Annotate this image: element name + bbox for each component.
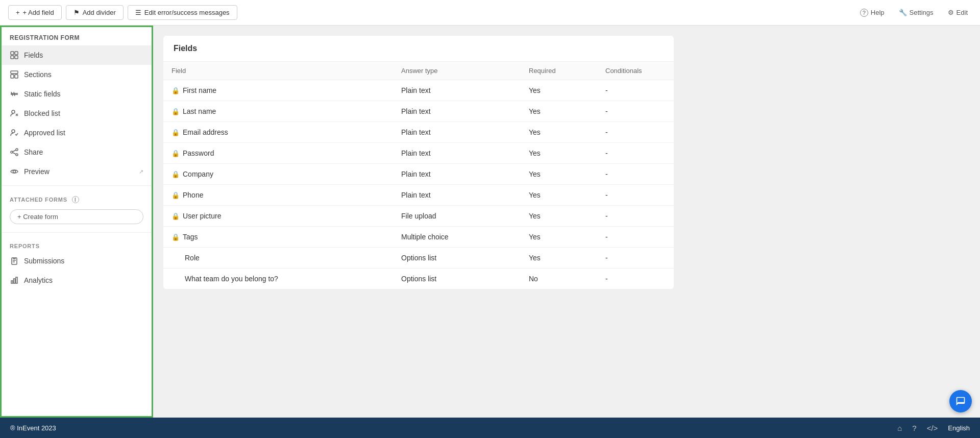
answer-type-cell: Options list bbox=[393, 248, 521, 269]
approved-list-label: Approved list bbox=[24, 129, 65, 137]
create-form-label: + Create form bbox=[17, 213, 58, 221]
sidebar-item-fields[interactable]: Fields bbox=[2, 45, 152, 65]
answer-type-cell: Plain text bbox=[393, 143, 521, 164]
add-divider-button[interactable]: ⚑ Add divider bbox=[66, 5, 124, 20]
field-name-cell: What team do you belong to? bbox=[163, 269, 393, 289]
lock-icon: 🔒 bbox=[172, 150, 180, 157]
flag-icon: ⚑ bbox=[74, 9, 80, 16]
lock-icon: 🔒 bbox=[172, 87, 180, 94]
settings-label: Settings bbox=[910, 9, 934, 16]
preview-label: Preview bbox=[24, 167, 50, 176]
sidebar-title: REGISTRATION FORM bbox=[2, 27, 152, 45]
conditionals-cell: - bbox=[597, 164, 674, 185]
table-row[interactable]: 🔒Email addressPlain textYes- bbox=[163, 122, 674, 143]
table-row[interactable]: 🔒PhonePlain textYes- bbox=[163, 185, 674, 206]
home-icon[interactable]: ⌂ bbox=[897, 424, 902, 432]
required-cell: Yes bbox=[521, 185, 597, 206]
help-button[interactable]: ? Help bbox=[856, 7, 889, 19]
conditionals-cell: - bbox=[597, 206, 674, 227]
svg-rect-3 bbox=[15, 56, 18, 59]
sidebar-item-analytics[interactable]: Analytics bbox=[2, 271, 152, 290]
table-row[interactable]: What team do you belong to?Options listN… bbox=[163, 269, 674, 289]
plus-icon: + bbox=[16, 9, 20, 16]
answer-type-cell: Plain text bbox=[393, 101, 521, 122]
field-name: Password bbox=[183, 149, 214, 157]
edit-button[interactable]: ⚙ Edit bbox=[944, 7, 972, 18]
add-field-label: + Add field bbox=[23, 9, 54, 16]
svg-point-12 bbox=[11, 151, 13, 153]
create-form-button[interactable]: + Create form bbox=[10, 209, 143, 224]
required-cell: Yes bbox=[521, 143, 597, 164]
clipboard-icon bbox=[10, 256, 19, 265]
field-name-cell: 🔒Email address bbox=[163, 122, 393, 143]
sidebar-item-static-fields[interactable]: Static fields bbox=[2, 84, 152, 104]
bottom-bar-right: ⌂ ? </> English bbox=[897, 424, 970, 432]
sidebar-nav: Fields Sections Static fields bbox=[2, 45, 152, 181]
chart-icon bbox=[10, 276, 19, 285]
grid-icon bbox=[10, 51, 19, 60]
static-fields-label: Static fields bbox=[24, 90, 61, 98]
sidebar-divider-1 bbox=[2, 185, 152, 186]
answer-type-cell: Plain text bbox=[393, 122, 521, 143]
field-name-cell: 🔒Last name bbox=[163, 101, 393, 122]
attached-forms-title: ATTACHED FORMS i bbox=[2, 190, 152, 205]
required-cell: Yes bbox=[521, 80, 597, 101]
svg-rect-22 bbox=[16, 277, 17, 283]
info-icon: i bbox=[72, 196, 79, 203]
field-name-cell: 🔒Tags bbox=[163, 227, 393, 248]
settings-button[interactable]: 🔧 Settings bbox=[895, 7, 938, 18]
sidebar-item-approved-list[interactable]: Approved list bbox=[2, 123, 152, 142]
sidebar-item-submissions[interactable]: Submissions bbox=[2, 251, 152, 271]
sidebar-item-share[interactable]: Share bbox=[2, 142, 152, 162]
lock-icon: 🔒 bbox=[172, 171, 180, 178]
svg-rect-5 bbox=[11, 75, 14, 78]
top-toolbar: + + Add field ⚑ Add divider ☰ Edit error… bbox=[0, 0, 980, 26]
table-row[interactable]: 🔒PasswordPlain textYes- bbox=[163, 143, 674, 164]
answer-type-cell: File upload bbox=[393, 206, 521, 227]
svg-point-7 bbox=[12, 110, 15, 113]
help-label: Help bbox=[871, 9, 885, 16]
gear-icon: ⚙ bbox=[948, 9, 954, 16]
language-selector[interactable]: English bbox=[948, 424, 970, 432]
sections-label: Sections bbox=[24, 70, 52, 79]
svg-point-10 bbox=[12, 130, 15, 133]
svg-rect-21 bbox=[14, 279, 15, 283]
eye-icon bbox=[10, 167, 19, 176]
answer-type-cell: Plain text bbox=[393, 164, 521, 185]
add-field-button[interactable]: + + Add field bbox=[8, 5, 62, 20]
svg-rect-6 bbox=[15, 75, 18, 78]
copyright: ® InEvent 2023 bbox=[10, 424, 56, 432]
sidebar-item-blocked-list[interactable]: Blocked list bbox=[2, 104, 152, 123]
conditionals-cell: - bbox=[597, 248, 674, 269]
conditionals-cell: - bbox=[597, 80, 674, 101]
answer-type-cell: Plain text bbox=[393, 80, 521, 101]
toolbar-left: + + Add field ⚑ Add divider ☰ Edit error… bbox=[8, 5, 237, 20]
table-row[interactable]: 🔒CompanyPlain textYes- bbox=[163, 164, 674, 185]
required-cell: Yes bbox=[521, 227, 597, 248]
list-icon: ☰ bbox=[135, 9, 141, 16]
svg-rect-2 bbox=[11, 56, 14, 59]
field-name-cell: 🔒Phone bbox=[163, 185, 393, 206]
static-fields-icon bbox=[10, 89, 19, 99]
question-icon[interactable]: ? bbox=[912, 424, 916, 432]
lock-icon: 🔒 bbox=[172, 233, 180, 241]
table-row[interactable]: 🔒TagsMultiple choiceYes- bbox=[163, 227, 674, 248]
sidebar-item-sections[interactable]: Sections bbox=[2, 65, 152, 84]
table-row[interactable]: RoleOptions listYes- bbox=[163, 248, 674, 269]
table-row[interactable]: 🔒User pictureFile uploadYes- bbox=[163, 206, 674, 227]
chat-bubble[interactable] bbox=[949, 390, 972, 412]
sidebar-item-preview[interactable]: Preview ↗ bbox=[2, 162, 152, 181]
table-row[interactable]: 🔒Last namePlain textYes- bbox=[163, 101, 674, 122]
bottom-bar: ® InEvent 2023 ⌂ ? </> English bbox=[0, 418, 980, 438]
edit-messages-button[interactable]: ☰ Edit error/success messages bbox=[128, 5, 237, 20]
external-link-icon: ↗ bbox=[139, 168, 143, 175]
svg-rect-4 bbox=[11, 71, 18, 74]
table-row[interactable]: 🔒First namePlain textYes- bbox=[163, 80, 674, 101]
svg-line-15 bbox=[13, 153, 16, 154]
field-name-cell: 🔒Company bbox=[163, 164, 393, 185]
svg-rect-1 bbox=[15, 52, 18, 55]
required-cell: Yes bbox=[521, 164, 597, 185]
toolbar-right: ? Help 🔧 Settings ⚙ Edit bbox=[856, 7, 972, 19]
answer-type-cell: Options list bbox=[393, 269, 521, 289]
code-icon[interactable]: </> bbox=[927, 424, 938, 432]
